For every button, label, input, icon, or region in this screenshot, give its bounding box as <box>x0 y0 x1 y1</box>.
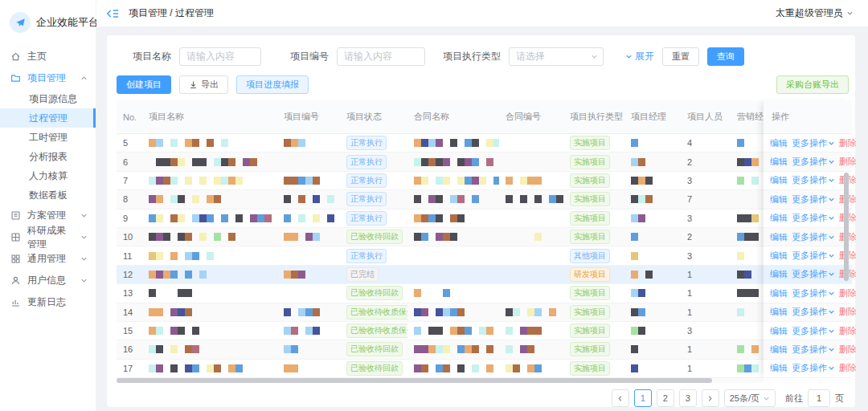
vertical-scrollbar[interactable] <box>844 134 849 375</box>
edit-link[interactable]: 编辑 <box>770 250 788 262</box>
sidebar-item-主页[interactable]: 主页 <box>0 46 96 67</box>
more-actions-link[interactable]: 更多操作 <box>792 193 835 206</box>
edit-link[interactable]: 编辑 <box>770 325 788 337</box>
table-row[interactable]: 8正常执行实施项目7 <box>117 190 764 209</box>
cell-project-name <box>142 246 277 264</box>
create-project-button[interactable]: 创建项目 <box>117 75 171 94</box>
table-row[interactable]: 16已验收待回款实施项目1 <box>117 340 764 359</box>
edit-link[interactable]: 编辑 <box>770 193 788 206</box>
more-actions-link[interactable]: 更多操作 <box>792 250 835 262</box>
user-icon <box>10 275 21 286</box>
redacted-text <box>284 233 320 241</box>
next-page-button[interactable] <box>702 389 719 407</box>
sidebar-item-通用管理[interactable]: 通用管理 <box>0 248 96 270</box>
more-actions-link[interactable]: 更多操作 <box>792 325 835 337</box>
more-actions-link[interactable]: 更多操作 <box>792 287 835 299</box>
more-actions-link[interactable]: 更多操作 <box>792 231 835 243</box>
prev-page-button[interactable] <box>612 389 629 407</box>
table-row[interactable]: 10已验收待回款实施项目2 <box>117 228 764 246</box>
search-button[interactable]: 查询 <box>707 47 744 66</box>
expand-filters-link[interactable]: 展开 <box>625 50 654 63</box>
sidebar-item-工时管理[interactable]: 工时管理 <box>0 128 96 147</box>
redacted-text <box>414 158 493 166</box>
horizontal-scrollbar[interactable] <box>117 378 764 383</box>
sidebar-item-项目源信息[interactable]: 项目源信息 <box>0 89 96 108</box>
table-row[interactable]: 11正常执行其他项目3 <box>117 246 764 265</box>
cell-contract-name <box>407 322 499 340</box>
pagination: 123 25条/页 前往 页 <box>117 389 850 407</box>
horizontal-scrollbar-thumb[interactable] <box>117 378 712 383</box>
sidebar-item-更新日志[interactable]: 更新日志 <box>0 291 96 313</box>
sidebar-item-过程管理[interactable]: 过程管理 <box>0 108 96 128</box>
edit-link[interactable]: 编辑 <box>770 137 788 149</box>
edit-link[interactable]: 编辑 <box>770 212 788 224</box>
sidebar: 企业效能平台 主页项目管理项目源信息过程管理工时管理分析报表人力核算数据看板方案… <box>0 0 96 411</box>
page-size-select[interactable]: 25条/页 <box>724 389 776 407</box>
exec-type-select[interactable]: 请选择 <box>509 47 604 66</box>
cell-marketing-manager <box>731 266 764 283</box>
top-bar: 项目管理 / 过程管理 太重超级管理员 <box>96 0 868 26</box>
cell-exec-type: 实施项目 <box>563 303 624 321</box>
page-button-2[interactable]: 2 <box>657 389 674 407</box>
breadcrumb: 项目管理 / 过程管理 <box>129 6 214 20</box>
cell-project-status: 已验收待回款 <box>340 284 407 302</box>
table-row[interactable]: 14已验收待收质保金实施项目1 <box>117 303 764 322</box>
edit-link[interactable]: 编辑 <box>770 156 788 168</box>
redacted-text <box>631 327 645 335</box>
cell-contract-name <box>407 284 499 302</box>
reset-button[interactable]: 重置 <box>662 47 699 66</box>
redacted-text <box>149 345 199 353</box>
filter-exec-type: 项目执行类型 请选择 <box>443 47 604 66</box>
redacted-text <box>737 345 759 353</box>
sidebar-item-项目管理[interactable]: 项目管理 <box>0 67 96 89</box>
edit-link[interactable]: 编辑 <box>770 268 788 280</box>
table-row[interactable]: 15已验收待收质保金实施项目3 <box>117 322 764 340</box>
more-actions-link[interactable]: 更多操作 <box>792 306 835 318</box>
cell-marketing-manager <box>731 210 764 227</box>
cell-exec-type: 实施项目 <box>563 340 624 358</box>
cell-contract-name <box>407 228 499 246</box>
more-actions-link[interactable]: 更多操作 <box>792 268 835 280</box>
more-actions-link[interactable]: 更多操作 <box>792 362 835 374</box>
more-actions-link[interactable]: 更多操作 <box>792 212 835 224</box>
project-table: No.项目名称项目编号项目状态合同名称合同编号项目执行类型项目经理项目人员营销经… <box>117 100 852 379</box>
cell-exec-type: 实施项目 <box>563 228 624 246</box>
sidebar-item-人力核算[interactable]: 人力核算 <box>0 166 96 185</box>
more-actions-link[interactable]: 更多操作 <box>792 174 835 186</box>
progress-report-button[interactable]: 项目进度填报 <box>236 75 309 94</box>
sidebar-item-数据看板[interactable]: 数据看板 <box>0 185 96 205</box>
collapse-menu-icon[interactable] <box>106 8 119 19</box>
page-button-1[interactable]: 1 <box>634 389 652 407</box>
project-name-input[interactable] <box>179 47 261 66</box>
sidebar-item-科研成果管理[interactable]: 科研成果管理 <box>0 226 96 248</box>
export-button[interactable]: 导出 <box>179 75 228 94</box>
project-code-input[interactable] <box>337 47 425 66</box>
edit-link[interactable]: 编辑 <box>770 362 788 374</box>
app-window: 企业效能平台 主页项目管理项目源信息过程管理工时管理分析报表人力核算数据看板方案… <box>0 0 868 411</box>
edit-link[interactable]: 编辑 <box>770 231 788 243</box>
table-row[interactable]: 12已完结研发项目1 <box>117 266 764 284</box>
table-row[interactable]: 5正常执行实施项目4 <box>117 134 764 153</box>
purchase-export-button[interactable]: 采购台账导出 <box>776 75 849 94</box>
page-button-3[interactable]: 3 <box>679 389 697 407</box>
exec-type-badge: 实施项目 <box>570 286 610 300</box>
table-row[interactable]: 17已验收待回款实施项目1 <box>117 360 764 378</box>
edit-link[interactable]: 编辑 <box>770 306 788 318</box>
edit-link[interactable]: 编辑 <box>770 174 788 186</box>
more-actions-link[interactable]: 更多操作 <box>792 156 835 168</box>
vertical-scrollbar-thumb[interactable] <box>844 173 849 281</box>
table-row[interactable]: 13已验收待回款实施项目1 <box>117 284 764 303</box>
table-row[interactable]: 6正常执行实施项目2 <box>117 153 764 171</box>
user-menu[interactable]: 太重超级管理员 <box>776 6 854 20</box>
more-actions-link[interactable]: 更多操作 <box>792 137 835 149</box>
table-row[interactable]: 9正常执行实施项目3 <box>117 210 764 228</box>
cell-exec-type: 实施项目 <box>563 210 624 227</box>
sidebar-item-分析报表[interactable]: 分析报表 <box>0 147 96 166</box>
more-actions-link[interactable]: 更多操作 <box>792 344 835 356</box>
edit-link[interactable]: 编辑 <box>770 344 788 356</box>
row-actions: 编辑更多操作删除 <box>764 266 852 284</box>
edit-link[interactable]: 编辑 <box>770 287 788 299</box>
sidebar-item-用户信息[interactable]: 用户信息 <box>0 270 96 291</box>
goto-page-input[interactable] <box>808 389 830 407</box>
table-row[interactable]: 7正常执行实施项目3 <box>117 172 764 190</box>
